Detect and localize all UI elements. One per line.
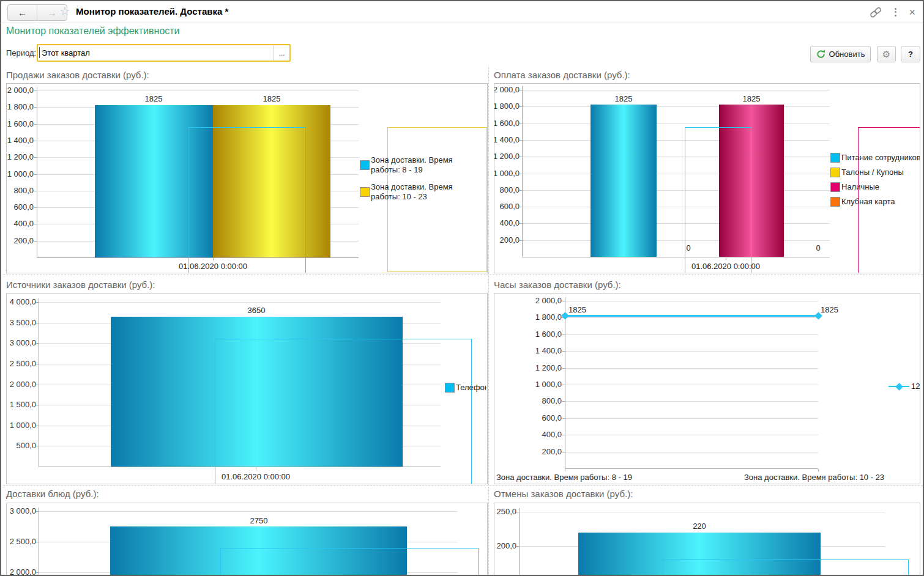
payments-chart-area: 200,0400,0600,0800,01 000,01 200,01 400,… bbox=[494, 83, 920, 273]
sales-title: Продажи заказов доставки (руб.): bbox=[6, 70, 149, 80]
x-axis bbox=[39, 467, 441, 467]
row-separator-1 bbox=[3, 275, 923, 275]
gridline bbox=[37, 90, 359, 91]
bar-dishes[interactable] bbox=[110, 526, 407, 576]
y-tick-label: 1 000,0 bbox=[6, 169, 34, 179]
period-label: Период: bbox=[6, 48, 36, 57]
gridline bbox=[565, 368, 818, 369]
refresh-icon bbox=[816, 50, 825, 59]
gridline bbox=[39, 511, 458, 512]
value-label: 220 bbox=[672, 522, 727, 531]
y-tick-label: 2 000,0 bbox=[6, 380, 36, 390]
y-axis bbox=[565, 297, 565, 468]
data-point-marker[interactable] bbox=[561, 312, 569, 320]
settings-button[interactable]: ⚙ bbox=[877, 46, 896, 62]
window-title: Монитор показателей. Доставка * bbox=[76, 6, 228, 17]
bar-Питание сотрудников[interactable] bbox=[591, 105, 657, 257]
y-tick-label: 600,0 bbox=[513, 413, 562, 423]
payments-title: Оплата заказов доставки (руб.): bbox=[494, 70, 630, 80]
help-button[interactable]: ? bbox=[901, 46, 920, 62]
y-tick-label: 250,0 bbox=[494, 507, 516, 517]
hours-chart-area: 200,0400,0600,0800,01 000,01 200,01 400,… bbox=[494, 293, 920, 484]
legend-swatch bbox=[830, 197, 840, 207]
y-axis bbox=[39, 508, 39, 576]
more-menu-icon[interactable] bbox=[893, 7, 898, 18]
hours-title: Часы заказов доставки (руб.): bbox=[494, 279, 621, 290]
legend-label: Зона доставки. Время работы: 8 - 19 bbox=[371, 155, 482, 175]
column-separator bbox=[488, 67, 489, 576]
legend-label: Зона доставки. Время работы: 10 - 23 bbox=[371, 182, 482, 202]
bar-cancellations[interactable] bbox=[578, 533, 821, 576]
y-tick-label: 1 000,0 bbox=[513, 380, 562, 390]
y-tick-label: 1 400,0 bbox=[513, 346, 562, 356]
y-tick-label: 1 000,0 bbox=[494, 169, 520, 179]
legend-item[interactable]: Телефон bbox=[445, 383, 488, 393]
x-category-label: Зона доставки. Время работы: 8 - 19 bbox=[496, 473, 632, 482]
close-icon[interactable]: × bbox=[909, 7, 915, 18]
sales-chart-area: 200,0400,0600,0800,01 000,01 200,01 400,… bbox=[6, 83, 488, 273]
refresh-button[interactable]: Обновить bbox=[810, 46, 871, 62]
dishes-title: Доставки блюд (руб.): bbox=[6, 489, 99, 499]
y-tick-label: 2 000,0 bbox=[6, 86, 34, 95]
legend-swatch bbox=[830, 168, 840, 177]
y-tick-label: 200,0 bbox=[494, 235, 520, 245]
point-value-label: 1825 bbox=[568, 305, 586, 314]
bar-Телефон[interactable] bbox=[111, 317, 403, 467]
legend-label[interactable]: 12 bbox=[911, 382, 920, 391]
period-input[interactable] bbox=[38, 45, 274, 61]
gridline bbox=[565, 334, 818, 335]
y-tick-label: 2 000,0 bbox=[494, 85, 520, 95]
legend-label: Талоны / Купоны bbox=[841, 168, 920, 177]
legend-item[interactable]: Талоны / Купоны bbox=[830, 168, 920, 177]
value-label: 0 bbox=[791, 243, 846, 253]
gridline bbox=[565, 452, 818, 452]
y-tick-label: 200,0 bbox=[513, 447, 562, 457]
x-category-label: Зона доставки. Время работы: 10 - 23 bbox=[744, 473, 884, 482]
y-tick-label: 3 500,0 bbox=[6, 318, 36, 328]
value-label: 2750 bbox=[231, 516, 286, 525]
refresh-button-label: Обновить bbox=[829, 50, 865, 59]
dishes-chart-area: 2 000,02 500,03 000,02750 bbox=[6, 503, 488, 576]
legend-item[interactable]: Наличные bbox=[830, 182, 920, 192]
y-axis bbox=[37, 87, 37, 257]
y-tick-label: 1 200,0 bbox=[513, 363, 562, 373]
bar-Зона доставки. Время работы: 8 - 19[interactable] bbox=[95, 105, 213, 257]
gridline bbox=[520, 512, 885, 512]
nav-buttons: ← → bbox=[7, 4, 67, 21]
back-button[interactable]: ← bbox=[8, 5, 37, 20]
y-tick-label: 1 600,0 bbox=[513, 330, 562, 339]
value-label: 1825 bbox=[724, 94, 779, 103]
y-tick-label: 1 500,0 bbox=[6, 400, 36, 410]
legend-item[interactable]: Клубная карта bbox=[830, 197, 920, 207]
legend-item[interactable]: Питание сотрудников bbox=[830, 153, 920, 163]
value-label: 1825 bbox=[126, 94, 181, 103]
cancellations-title: Отмены заказов доставки (руб.): bbox=[494, 489, 633, 499]
bar-Наличные[interactable] bbox=[719, 105, 784, 257]
period-picker-button[interactable]: ... bbox=[274, 45, 289, 61]
series-line[interactable] bbox=[565, 315, 818, 317]
bar-Зона доставки. Время работы: 10 - 23[interactable] bbox=[213, 105, 330, 257]
x-tick-mark bbox=[726, 257, 726, 260]
favorite-star-icon[interactable]: ☆ bbox=[59, 4, 70, 18]
legend-item[interactable]: Зона доставки. Время работы: 8 - 19 bbox=[360, 155, 482, 175]
app-window: ← → ☆ Монитор показателей. Доставка * × … bbox=[0, 0, 924, 576]
legend-label: Наличные bbox=[841, 182, 920, 192]
legend-item[interactable]: Зона доставки. Время работы: 10 - 23 bbox=[360, 182, 482, 202]
dashboard: Продажи заказов доставки (руб.):200,0400… bbox=[1, 65, 923, 576]
legend-label: Питание сотрудников bbox=[841, 153, 920, 163]
gridline bbox=[523, 90, 830, 90]
y-tick-label: 1 800,0 bbox=[513, 312, 562, 322]
y-tick-label: 800,0 bbox=[513, 396, 562, 406]
y-tick-label: 2 500,0 bbox=[6, 537, 36, 547]
y-tick-label: 2 000,0 bbox=[6, 567, 36, 576]
text-caret bbox=[39, 47, 40, 58]
y-tick-label: 1 600,0 bbox=[6, 119, 34, 129]
y-tick-label: 600,0 bbox=[6, 202, 34, 212]
link-icon[interactable] bbox=[869, 7, 882, 18]
y-tick-label: 1 800,0 bbox=[6, 102, 34, 112]
x-axis-label: 01.06.2020 0:00:00 bbox=[201, 472, 311, 481]
legend-swatch bbox=[360, 187, 370, 197]
y-tick-label: 200,0 bbox=[6, 236, 34, 246]
y-tick-label: 400,0 bbox=[494, 218, 520, 228]
legend-label: Клубная карта bbox=[841, 197, 920, 207]
